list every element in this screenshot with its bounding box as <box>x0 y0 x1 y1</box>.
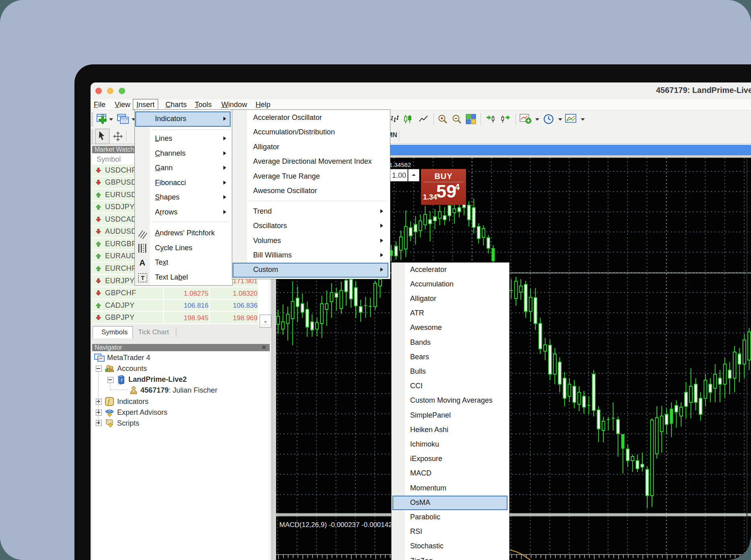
svg-text:F: F <box>121 378 123 383</box>
svg-text:1.34582: 1.34582 <box>389 161 411 168</box>
svg-text:MACD(12,26,9) -0.000237 -0.000: MACD(12,26,9) -0.000237 -0.000142 <box>279 521 392 529</box>
